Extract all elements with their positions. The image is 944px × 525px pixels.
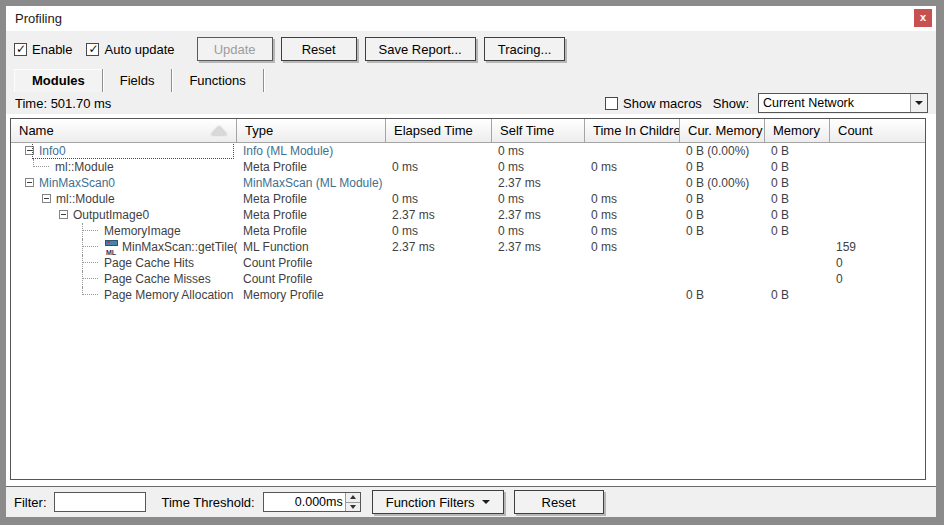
table-row[interactable]: ml::ModuleMeta Profile0 ms0 ms0 ms0 B0 B (11, 159, 925, 175)
cell-elapsed: 0 ms (386, 159, 492, 175)
table-row[interactable]: Page Cache MissesCount Profile0 (11, 271, 925, 287)
cell-children: 0 ms (585, 191, 680, 207)
reset-button[interactable]: Reset (281, 37, 357, 61)
cell-elapsed (386, 255, 492, 271)
time-threshold-input[interactable] (264, 493, 345, 511)
function-filters-button[interactable]: Function Filters (372, 490, 504, 514)
table-row[interactable]: Page Memory AllocationMemory Profile0 B0… (11, 287, 925, 303)
cell-count: 0 (830, 271, 925, 287)
column-header-self-time[interactable]: Self Time (492, 119, 585, 143)
toolbar: Enable Auto update UpdateResetSave Repor… (6, 31, 936, 67)
column-header-cur-memory[interactable]: Cur. Memory (680, 119, 765, 143)
cell-name: Info0 (11, 143, 237, 159)
cell-elapsed (386, 287, 492, 303)
column-header-count[interactable]: Count (830, 119, 925, 143)
column-header-label: Name (19, 123, 54, 138)
cell-cur-memory (680, 271, 765, 287)
cell-cur-memory: 0 B (680, 159, 765, 175)
tree-branch-line (82, 271, 100, 287)
stepper-up-button[interactable] (346, 493, 360, 503)
network-select[interactable]: Current Network (758, 93, 928, 113)
tracing-button[interactable]: Tracing... (484, 37, 566, 61)
cell-count (830, 143, 925, 159)
cell-count (830, 207, 925, 223)
table-row[interactable]: OutputImage0Meta Profile2.37 ms2.37 ms0 … (11, 207, 925, 223)
tab-bar: ModulesFieldsFunctions (6, 67, 936, 92)
tab-functions[interactable]: Functions (172, 69, 263, 92)
profiling-panel: Profiling x Enable Auto update UpdateRes… (6, 6, 936, 517)
table-row[interactable]: Page Cache HitsCount Profile0 (11, 255, 925, 271)
filter-input[interactable] (54, 492, 146, 512)
enable-checkbox[interactable]: Enable (14, 42, 72, 57)
tree-collapse-icon[interactable] (59, 210, 68, 219)
show-macros-checkbox[interactable]: Show macros (605, 96, 702, 111)
save-report-button[interactable]: Save Report... (365, 37, 476, 61)
profile-table: NameTypeElapsed TimeSelf TimeTime In Chi… (10, 118, 926, 480)
chevron-down-icon (350, 505, 356, 509)
row-name-label: Page Memory Allocation (104, 288, 233, 302)
column-header-label: Memory (773, 123, 820, 138)
tab-modules[interactable]: Modules (14, 69, 103, 92)
cell-self: 2.37 ms (492, 175, 585, 191)
table-header: NameTypeElapsed TimeSelf TimeTime In Chi… (11, 119, 925, 143)
table-row[interactable]: MemoryImageMeta Profile0 ms0 ms0 ms0 B0 … (11, 223, 925, 239)
column-header-type[interactable]: Type (237, 119, 386, 143)
cell-memory: 0 B (765, 175, 830, 191)
cell-children: 0 ms (585, 159, 680, 175)
tree-collapse-icon[interactable] (25, 178, 34, 187)
update-button[interactable]: Update (197, 37, 273, 61)
filter-bar: Filter: Time Threshold: Function Filters… (6, 487, 936, 517)
column-header-time-in-children[interactable]: Time In Children (585, 119, 680, 143)
cell-memory (765, 271, 830, 287)
ml-module-icon: ML (104, 240, 119, 253)
table-row[interactable]: ml::ModuleMeta Profile0 ms0 ms0 ms0 B0 B (11, 191, 925, 207)
tree-branch-line (82, 223, 100, 239)
function-filters-label: Function Filters (386, 495, 475, 510)
table-row[interactable]: MinMaxScan0MinMaxScan (ML Module)2.37 ms… (11, 175, 925, 191)
cell-memory (765, 255, 830, 271)
cell-cur-memory: 0 B (680, 223, 765, 239)
chevron-up-icon (350, 495, 356, 499)
cell-memory: 0 B (765, 159, 830, 175)
cell-name: OutputImage0 (11, 207, 237, 223)
cell-self (492, 255, 585, 271)
cell-children (585, 175, 680, 191)
column-header-name[interactable]: Name (11, 119, 237, 143)
cell-self: 0 ms (492, 223, 585, 239)
auto-update-checkbox[interactable]: Auto update (86, 42, 174, 57)
cell-name: ml::Module (11, 159, 237, 175)
chevron-down-icon (482, 500, 490, 504)
page-title: Profiling (15, 11, 62, 26)
cell-self (492, 271, 585, 287)
tree-branch-line (82, 239, 100, 255)
title-bar: Profiling x (6, 6, 936, 31)
tree-branch-line (82, 287, 100, 303)
stepper-down-button[interactable] (346, 503, 360, 512)
cell-type: ML Function (237, 239, 386, 255)
time-threshold-stepper[interactable] (263, 492, 361, 512)
column-header-elapsed-time[interactable]: Elapsed Time (386, 119, 492, 143)
cell-type: Meta Profile (237, 207, 386, 223)
filter-reset-button[interactable]: Reset (514, 490, 604, 514)
row-name-label: Page Cache Misses (104, 272, 211, 286)
cell-memory (765, 239, 830, 255)
column-header-label: Cur. Memory (688, 123, 762, 138)
combo-arrow-box[interactable] (910, 94, 927, 112)
column-header-label: Type (245, 123, 273, 138)
cell-name: Page Cache Hits (11, 255, 237, 271)
cell-self: 0 ms (492, 159, 585, 175)
cell-cur-memory (680, 255, 765, 271)
tab-fields[interactable]: Fields (103, 69, 173, 92)
cell-elapsed (386, 271, 492, 287)
cell-type: Meta Profile (237, 159, 386, 175)
cell-count (830, 223, 925, 239)
cell-cur-memory: 0 B (680, 207, 765, 223)
table-row[interactable]: MLMinMaxScan::getTile()ML Function2.37 m… (11, 239, 925, 255)
cell-type: Meta Profile (237, 223, 386, 239)
column-header-memory[interactable]: Memory (765, 119, 830, 143)
table-row[interactable]: Info0Info (ML Module)0 ms0 B (0.00%)0 B (11, 143, 925, 159)
tree-collapse-icon[interactable] (42, 194, 51, 203)
cell-name: MemoryImage (11, 223, 237, 239)
table-body: Info0Info (ML Module)0 ms0 B (0.00%)0 Bm… (11, 143, 925, 303)
close-icon[interactable]: x (914, 9, 932, 27)
